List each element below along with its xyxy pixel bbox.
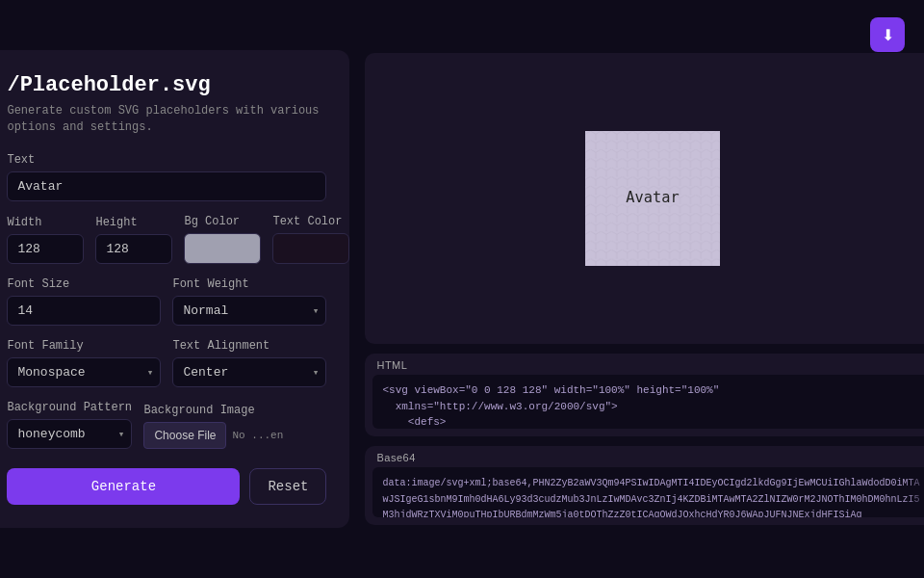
height-label: Height — [95, 216, 172, 229]
svg-preview: Avatar — [585, 131, 720, 266]
width-group: Width — [7, 216, 84, 264]
bg-pattern-select-wrapper: honeycomb dots grid lines none — [7, 419, 132, 449]
font-weight-select-wrapper: Normal Bold Light Thin — [172, 296, 326, 326]
html-code-label: HTML — [365, 354, 924, 375]
text-alignment-group: Text Alignment Center Left Right — [172, 339, 326, 387]
reset-button[interactable]: Reset — [249, 468, 326, 505]
font-row: Font Size Font Weight Normal Bold Light … — [7, 277, 326, 326]
download-button[interactable]: ⬇ — [870, 17, 905, 52]
font-family-select[interactable]: Monospace Sans-serif Serif — [7, 357, 161, 387]
svg-text:Avatar: Avatar — [626, 189, 679, 206]
html-code-section: HTML <svg viewBox="0 0 128 128" width="1… — [365, 354, 924, 436]
text-color-label: Text Color — [272, 215, 349, 228]
bg-pattern-group: Background Pattern honeycomb dots grid l… — [7, 401, 132, 449]
font-size-label: Font Size — [7, 277, 161, 291]
left-panel: /Placeholder.svg Generate custom SVG pla… — [0, 50, 349, 528]
text-alignment-select[interactable]: Center Left Right — [172, 357, 326, 387]
choose-file-wrapper: Choose File No ...en — [143, 422, 283, 449]
text-alignment-label: Text Alignment — [172, 339, 326, 353]
base64-code-section: Base64 data:image/svg+xml;base64,PHN2ZyB… — [365, 446, 924, 525]
right-panel: Avatar HTML <svg viewBox="0 0 128 128" w… — [365, 53, 924, 525]
text-color-swatch[interactable] — [272, 233, 349, 264]
pattern-row: Background Pattern honeycomb dots grid l… — [7, 401, 326, 449]
bg-image-label: Background Image — [143, 404, 283, 417]
text-alignment-select-wrapper: Center Left Right — [172, 357, 326, 387]
text-color-group: Text Color — [272, 215, 349, 264]
base64-code-label: Base64 — [365, 446, 924, 467]
family-alignment-row: Font Family Monospace Sans-serif Serif T… — [7, 339, 326, 387]
generate-button[interactable]: Generate — [7, 468, 240, 505]
app-container: ⬇ /Placeholder.svg Generate custom SVG p… — [0, 0, 924, 578]
font-family-label: Font Family — [7, 339, 161, 353]
dimensions-row: Width Height Bg Color Text Color — [7, 215, 326, 264]
bg-color-label: Bg Color — [184, 215, 261, 228]
bg-color-swatch[interactable] — [184, 233, 261, 264]
html-code-text: <svg viewBox="0 0 128 128" width="100%" … — [382, 384, 922, 429]
height-group: Height — [95, 216, 172, 264]
app-description: Generate custom SVG placeholders with va… — [7, 103, 326, 136]
text-label: Text — [7, 153, 326, 167]
font-family-group: Font Family Monospace Sans-serif Serif — [7, 339, 161, 387]
bg-color-group: Bg Color — [184, 215, 261, 264]
base64-code-content[interactable]: data:image/svg+xml;base64,PHN2ZyB2aWV3Qm… — [372, 467, 924, 517]
actions-row: Generate Reset — [7, 468, 326, 505]
bg-pattern-select[interactable]: honeycomb dots grid lines none — [7, 419, 132, 449]
font-weight-label: Font Weight — [172, 277, 326, 291]
preview-area: Avatar — [365, 53, 924, 344]
font-size-group: Font Size — [7, 277, 161, 326]
choose-file-button[interactable]: Choose File — [143, 422, 226, 449]
bg-image-group: Background Image Choose File No ...en — [143, 404, 283, 449]
app-title: /Placeholder.svg — [7, 73, 326, 97]
width-input[interactable] — [7, 234, 84, 264]
text-input[interactable] — [7, 171, 326, 201]
download-icon: ⬇ — [882, 26, 894, 44]
width-label: Width — [7, 216, 84, 229]
font-size-input[interactable] — [7, 296, 161, 326]
font-family-select-wrapper: Monospace Sans-serif Serif — [7, 357, 161, 387]
height-input[interactable] — [95, 234, 172, 264]
html-code-content[interactable]: <svg viewBox="0 0 128 128" width="100%" … — [372, 375, 924, 429]
no-file-text: No ...en — [232, 430, 283, 441]
font-weight-select[interactable]: Normal Bold Light Thin — [172, 296, 326, 326]
font-weight-group: Font Weight Normal Bold Light Thin — [172, 277, 326, 326]
bg-pattern-label: Background Pattern — [7, 401, 132, 414]
base64-code-text: data:image/svg+xml;base64,PHN2ZyB2aWV3Qm… — [382, 478, 919, 517]
